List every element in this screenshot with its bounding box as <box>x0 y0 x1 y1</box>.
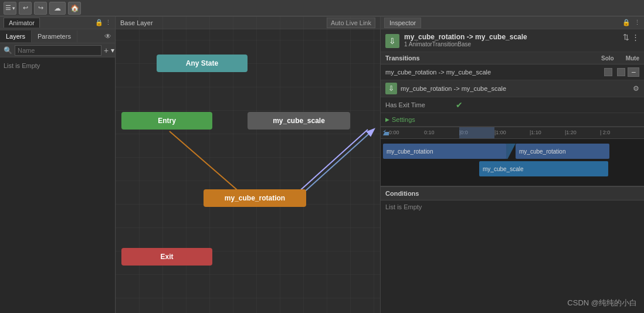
has-exit-time-row: Has Exit Time ✔ <box>381 97 644 113</box>
tick-1: 0:10 <box>424 130 435 135</box>
inspector-tab-bar: Inspector 🔒 ⋮ <box>381 16 644 29</box>
options-icon[interactable]: ⋮ <box>632 33 639 42</box>
tick-6: | 2:0 <box>600 130 610 135</box>
search-input[interactable] <box>15 45 101 56</box>
cube-scale-node[interactable]: my_cube_scale <box>248 112 350 130</box>
any-state-node[interactable]: Any State <box>157 55 248 72</box>
cube-scale-label: my_cube_scale <box>273 117 325 125</box>
transition-detail: ⇩ my_cube_rotation -> my_cube_scale ⚙ <box>381 80 644 97</box>
search-bar: 🔍 + ▾ <box>0 43 115 57</box>
inspector-header: ⇩ my_cube_rotation -> my_cube_scale 1 An… <box>381 29 644 52</box>
top-bar: ☰ ↩ ↪ ☁ 🏠 <box>0 0 644 16</box>
animator-panel: Animator 🔒 ⋮ Layers Parameters 👁 🔍 + ▾ L… <box>0 16 116 313</box>
panel-lock-icon[interactable]: 🔒 ⋮ <box>95 19 111 26</box>
timeline-ruler[interactable]: 0:00 0:10 |0:0 |1:00 |1:10 |1:20 | 2:0 <box>381 127 644 139</box>
entry-node[interactable]: Entry <box>121 112 212 130</box>
rotation-track-2[interactable]: my_cube_rotation <box>516 144 609 159</box>
inspector-panel: Inspector 🔒 ⋮ ⇩ my_cube_rotation -> my_c… <box>380 16 644 313</box>
more-icon[interactable]: ⋮ <box>634 19 640 26</box>
eye-icon[interactable]: 👁 <box>101 32 115 40</box>
parameters-tab[interactable]: Parameters <box>32 30 77 42</box>
timeline-container: 0:00 0:10 |0:0 |1:00 |1:10 |1:20 | 2:0 m… <box>381 127 644 186</box>
inspector-header-text: my_cube_rotation -> my_cube_scale 1 Anim… <box>404 33 618 47</box>
inspector-content: ⇩ my_cube_rotation -> my_cube_scale 1 An… <box>381 29 644 313</box>
mute-label: Mute <box>626 55 639 62</box>
inspector-header-actions: ⇅ ⋮ <box>623 33 639 42</box>
list-empty-label: List is Empty <box>0 57 115 74</box>
inspector-tab-label: Inspector <box>389 19 416 26</box>
animator-tab[interactable]: Animator <box>4 18 40 28</box>
gear-icon[interactable]: ⚙ <box>633 84 639 93</box>
playhead[interactable] <box>383 130 389 135</box>
transition-title: my_cube_rotation -> my_cube_scale <box>404 33 618 41</box>
graph-canvas <box>116 16 380 313</box>
rotation-track-1[interactable]: my_cube_rotation <box>383 144 506 159</box>
tick-0: 0:00 <box>389 130 399 135</box>
transition-row-text: my_cube_rotation -> my_cube_scale <box>385 69 602 76</box>
transition-sub: 1 AnimatorTransitionBase <box>404 41 618 47</box>
solo-mute-labels: Solo Mute <box>601 55 639 62</box>
inspector-tab[interactable]: Inspector <box>384 18 421 28</box>
inspector-icons: 🔒 ⋮ <box>622 19 640 26</box>
transition-row[interactable]: my_cube_rotation -> my_cube_scale − <box>381 64 644 80</box>
tick-5: |1:20 <box>565 130 577 135</box>
undo-button[interactable]: ↩ <box>19 2 32 15</box>
add-button[interactable]: + <box>104 46 109 55</box>
layers-tab[interactable]: Layers <box>0 30 32 42</box>
settings-label[interactable]: Settings <box>392 116 415 123</box>
redo-button[interactable]: ↪ <box>34 2 47 15</box>
add-menu-icon[interactable]: ▾ <box>111 46 114 55</box>
solo-checkbox[interactable] <box>604 68 612 76</box>
settings-row[interactable]: ▶ Settings <box>381 113 644 127</box>
detail-icon: ⇩ <box>385 83 397 94</box>
home-button[interactable]: 🏠 <box>68 2 81 15</box>
conditions-empty: List is Empty <box>381 200 644 213</box>
has-exit-time-checkbox[interactable]: ✔ <box>456 100 463 110</box>
scale-track-label: my_cube_scale <box>483 166 523 172</box>
menu-button[interactable]: ☰ <box>4 2 16 15</box>
transition-detail-header: ⇩ my_cube_rotation -> my_cube_scale ⚙ <box>381 80 644 97</box>
main-layout: Animator 🔒 ⋮ Layers Parameters 👁 🔍 + ▾ L… <box>0 16 644 313</box>
lock-icon[interactable]: 🔒 <box>622 19 631 26</box>
cube-rotation-label: my_cube_rotation <box>225 194 285 202</box>
tick-4: |1:10 <box>530 130 541 135</box>
transitions-section-header: Transitions Solo Mute <box>381 52 644 64</box>
rotation-track-2-label: my_cube_rotation <box>519 148 566 155</box>
timeline-track-area[interactable]: my_cube_rotation my_cube_rotation my_cub… <box>381 139 644 186</box>
animator-tab-label: Animator <box>9 19 35 26</box>
animator-tabs: Layers Parameters 👁 <box>0 29 115 43</box>
conditions-section: Conditions List is Empty <box>381 186 644 213</box>
scale-track[interactable]: my_cube_scale <box>479 161 608 176</box>
any-state-label: Any State <box>186 59 218 67</box>
conditions-header: Conditions <box>381 187 644 200</box>
cloud-button[interactable]: ☁ <box>49 2 66 15</box>
search-icon: 🔍 <box>4 46 12 55</box>
exit-node[interactable]: Exit <box>121 248 212 266</box>
entry-label: Entry <box>158 117 176 125</box>
selection-region <box>459 127 494 138</box>
panel-tab-bar: Animator 🔒 ⋮ <box>0 16 115 29</box>
mute-checkbox[interactable] <box>617 68 625 76</box>
transitions-label: Transitions <box>385 55 420 62</box>
transition-icon: ⇩ <box>385 34 399 48</box>
cube-rotation-node[interactable]: my_cube_rotation <box>204 189 306 207</box>
has-exit-time-label: Has Exit Time <box>385 101 456 108</box>
sort-icon[interactable]: ⇅ <box>623 33 629 42</box>
rotation-track-1-label: my_cube_rotation <box>387 148 433 155</box>
solo-label: Solo <box>601 55 614 62</box>
triangle-icon: ▶ <box>385 117 389 123</box>
tick-3: |1:00 <box>494 130 506 135</box>
detail-transition-name: my_cube_rotation -> my_cube_scale <box>401 85 629 92</box>
animator-graph[interactable]: Base Layer Auto Live Link Any St <box>116 16 380 313</box>
exit-label: Exit <box>160 253 173 261</box>
remove-transition-button[interactable]: − <box>628 67 639 77</box>
